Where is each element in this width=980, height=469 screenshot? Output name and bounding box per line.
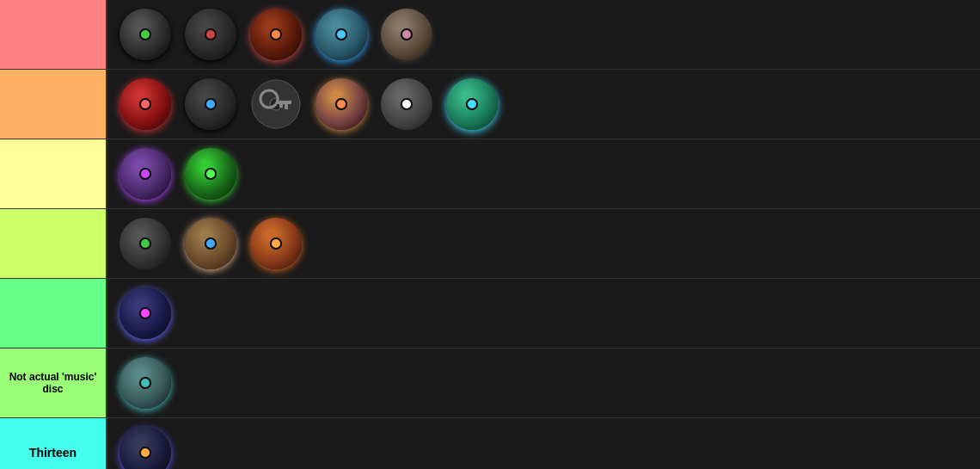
disc-mellohi[interactable]: [114, 73, 176, 135]
tier-label-4: [0, 209, 107, 278]
disc-pigstep[interactable]: [245, 213, 307, 275]
tier-row-1: [0, 0, 980, 70]
disc-cat[interactable]: [180, 3, 242, 65]
disc-far[interactable]: [310, 3, 372, 65]
disc-blocks[interactable]: [114, 3, 176, 65]
disc-chirp[interactable]: [245, 3, 307, 65]
tier-label-5: [0, 279, 107, 348]
tier-label-7: Thirteen: [0, 418, 107, 469]
disc-precipice[interactable]: [114, 282, 176, 344]
tier-label-3: [0, 139, 107, 208]
tier-label-1: [0, 0, 107, 69]
tier-list: Not actual 'music' disc Thirteen: [0, 0, 980, 469]
disc-otherside[interactable]: [114, 143, 176, 205]
tier-label-6: Not actual 'music' disc: [0, 349, 107, 417]
tier-items-1: [107, 0, 980, 69]
tier-items-3: [107, 139, 980, 208]
tier-items-7: [107, 418, 980, 469]
disc-ward[interactable]: [310, 73, 372, 135]
disc-13[interactable]: [114, 213, 176, 275]
tier-items-2: [107, 70, 980, 139]
tier-items-4: [107, 209, 980, 278]
disc-strad[interactable]: [376, 73, 438, 135]
disc-11[interactable]: [114, 352, 176, 414]
tier-row-7: Thirteen: [0, 418, 980, 469]
disc-mall[interactable]: [376, 3, 438, 65]
tier-row-5: [0, 279, 980, 349]
disc-wait[interactable]: [441, 73, 503, 135]
svg-rect-5: [279, 104, 283, 108]
disc-precipice-2[interactable]: [114, 422, 176, 469]
disc-relic[interactable]: [180, 213, 242, 275]
svg-rect-4: [285, 104, 288, 109]
disc-5[interactable]: [180, 143, 242, 205]
tier-items-6: [107, 349, 980, 417]
svg-rect-3: [276, 101, 291, 104]
tier-row-4: [0, 209, 980, 279]
tier-row-2: [0, 70, 980, 139]
tier-label-2: [0, 70, 107, 139]
disc-stal[interactable]: [180, 73, 242, 135]
tier-row-3: [0, 139, 980, 209]
tier-row-6: Not actual 'music' disc: [0, 349, 980, 418]
disc-key[interactable]: [245, 73, 307, 135]
tier-items-5: [107, 279, 980, 348]
key-icon: [250, 78, 302, 130]
